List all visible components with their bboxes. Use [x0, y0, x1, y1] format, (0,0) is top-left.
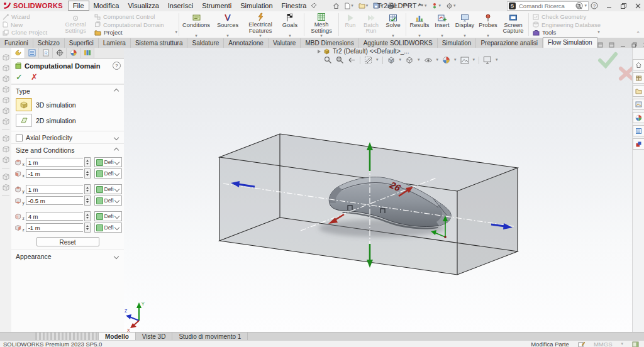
x-min-input[interactable]	[26, 169, 83, 178]
search-input[interactable]	[518, 2, 574, 10]
option-2d-simulation[interactable]: 2D simulation	[11, 113, 124, 128]
new-document-button[interactable]: ▾	[343, 3, 355, 9]
run-button[interactable]: Run	[340, 11, 360, 38]
restore-icon[interactable]	[620, 3, 627, 9]
electrical-features-button[interactable]: Electrical Features▾	[243, 11, 277, 38]
menu-file[interactable]: File	[68, 1, 89, 11]
menu-simulation[interactable]: Simulation	[236, 1, 277, 11]
graphics-viewport[interactable]: Tr2 (Default) <<Default>_... ▾ ▾ ▾ ▾ ▾ ▾…	[124, 48, 632, 332]
computational-domain-button[interactable]: Computational Domain	[94, 21, 175, 28]
pin-menu-icon[interactable]	[311, 3, 317, 9]
ok-button[interactable]: ✓	[16, 72, 23, 82]
doc-restore-icon[interactable]	[631, 42, 637, 48]
feature-cube-icon[interactable]	[2, 64, 10, 72]
ribbon-collapse-chevron[interactable]: ⌃	[632, 29, 644, 38]
view-palette-icon[interactable]	[633, 99, 644, 110]
z-max-input[interactable]	[26, 212, 83, 221]
2d-simulation-button[interactable]	[16, 114, 32, 127]
home-button[interactable]	[331, 3, 341, 9]
units-text[interactable]: MMGS	[594, 341, 613, 347]
feature-cube-icon[interactable]	[2, 85, 10, 93]
insert-button[interactable]: Insert▾	[431, 11, 453, 38]
tab-annotazione[interactable]: Annotazione	[224, 38, 269, 48]
help-icon[interactable]: ?	[591, 2, 598, 9]
tab-dimxpert-manager[interactable]	[53, 48, 67, 58]
project-button[interactable]: Project ▾	[94, 29, 175, 36]
menu-finestra[interactable]: Finestra	[277, 1, 311, 11]
tools-button[interactable]: Tools ▾	[533, 29, 607, 36]
units-caret[interactable]: ▾	[621, 342, 623, 346]
z-max-condition-combo[interactable]: Defi	[94, 211, 123, 221]
section-appearance[interactable]: Appearance	[11, 250, 124, 262]
mesh-settings-button[interactable]: Mesh Settings▾	[306, 11, 337, 38]
feature-cube-icon[interactable]	[2, 156, 10, 163]
x-max-spinner[interactable]	[84, 157, 91, 167]
feature-cube-icon[interactable]	[2, 173, 10, 180]
x-min-spinner[interactable]	[84, 168, 91, 179]
new-project-button[interactable]: New	[3, 21, 57, 28]
tab-display-manager[interactable]	[67, 48, 80, 58]
y-min-input[interactable]	[26, 196, 83, 205]
3d-simulation-button[interactable]	[16, 98, 32, 111]
section-type[interactable]: Type	[11, 84, 124, 97]
options-button[interactable]: ▾	[444, 3, 458, 9]
y-max-input[interactable]	[26, 185, 83, 194]
doc-window-icon-2[interactable]	[609, 42, 614, 48]
user-account-icon[interactable]	[575, 2, 583, 9]
design-library-icon[interactable]	[633, 72, 644, 84]
option-3d-simulation[interactable]: 3D simulation	[11, 97, 124, 113]
feature-cube-icon[interactable]	[2, 145, 10, 153]
x-min-condition-combo[interactable]: Defi	[94, 168, 123, 179]
feature-cube-icon[interactable]	[2, 96, 10, 104]
tab-flow-simulation[interactable]: Flow Simulation	[543, 37, 597, 48]
confirm-ok-icon[interactable]	[600, 54, 616, 66]
menu-modifica[interactable]: Modifica	[89, 1, 124, 11]
y-max-spinner[interactable]	[84, 184, 91, 194]
z-max-spinner[interactable]	[84, 211, 91, 221]
cancel-button[interactable]: ✗	[31, 72, 38, 82]
y-min-spinner[interactable]	[84, 196, 91, 206]
feature-cube-icon[interactable]	[2, 107, 10, 114]
tab-schizzo[interactable]: Schizzo	[33, 38, 65, 48]
appearances-scenes-icon[interactable]	[633, 112, 644, 123]
probes-button[interactable]: Probes▾	[477, 11, 499, 38]
feature-cube-icon[interactable]	[2, 53, 10, 61]
feature-cube-icon[interactable]	[2, 135, 10, 142]
z-min-condition-combo[interactable]: Defi	[94, 223, 123, 233]
batch-run-button[interactable]: Batch Run	[360, 11, 382, 38]
engineering-database-button[interactable]: Engineering Database	[533, 21, 607, 28]
screen-capture-button[interactable]: Screen Capture	[499, 11, 527, 38]
sources-button[interactable]: Sources▾	[212, 11, 243, 38]
feature-cube-icon[interactable]	[2, 75, 10, 82]
tab-lamiera[interactable]: Lamiera	[99, 38, 131, 48]
tab-preparazione-analisi[interactable]: Preparazione analisi	[476, 38, 543, 48]
y-max-condition-combo[interactable]: Defi	[94, 184, 123, 194]
help-circle-icon[interactable]: ?	[113, 62, 121, 70]
y-min-arrow[interactable]	[367, 260, 373, 268]
goals-button[interactable]: Goals▾	[277, 11, 303, 38]
tab-feature-manager[interactable]	[25, 48, 39, 58]
x-max-condition-combo[interactable]: Defi	[94, 157, 123, 167]
feature-cube-icon[interactable]	[2, 118, 10, 125]
z-min-input[interactable]	[26, 223, 83, 232]
doc-minimize-icon[interactable]	[620, 42, 626, 48]
tab-property-manager[interactable]	[11, 48, 25, 58]
tab-mbd-dimensions[interactable]: MBD Dimensions	[301, 38, 358, 48]
custom-properties-icon[interactable]	[633, 125, 644, 136]
file-explorer-icon[interactable]	[633, 85, 644, 97]
doc-window-icon[interactable]	[597, 42, 603, 48]
feature-cube-icon[interactable]	[2, 184, 10, 191]
close-icon[interactable]	[635, 3, 641, 9]
conditions-button[interactable]: Conditions▾	[180, 11, 212, 38]
tab-flow-simulation-tree[interactable]	[80, 48, 94, 58]
tab-superfici[interactable]: Superfici	[65, 38, 99, 48]
display-button[interactable]: Display▾	[453, 11, 477, 38]
section-axial-periodicity[interactable]: Axial Periodicity	[11, 131, 124, 143]
reset-button[interactable]: Reset	[36, 237, 99, 246]
clone-project-button[interactable]: Clone Project	[3, 29, 57, 36]
rebuild-button[interactable]: ▾	[430, 3, 443, 9]
tab-simulation[interactable]: Simulation	[438, 38, 477, 48]
section-size-conditions[interactable]: Size and Conditions	[11, 143, 124, 156]
tab-valutare[interactable]: Valutare	[269, 38, 301, 48]
confirm-cancel-icon[interactable]	[621, 69, 632, 79]
